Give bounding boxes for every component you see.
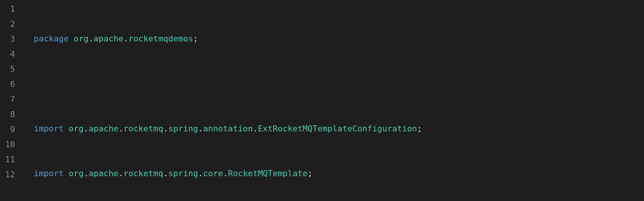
keyword: package bbox=[34, 34, 69, 43]
line-number: 7 bbox=[4, 92, 15, 107]
line-number: 2 bbox=[4, 17, 15, 32]
package-segment: org bbox=[69, 124, 84, 133]
line-number: 1 bbox=[4, 2, 15, 17]
line-number: 9 bbox=[4, 122, 15, 137]
package-segment: apache bbox=[89, 124, 118, 133]
line-number: 10 bbox=[4, 137, 15, 152]
package-segment: apache bbox=[94, 34, 123, 43]
line-number: 11 bbox=[4, 152, 15, 167]
class-name: RocketMQTemplate bbox=[228, 169, 308, 178]
code-line[interactable]: import org.apache.rocketmq.spring.core.R… bbox=[34, 166, 422, 181]
package-segment: rocketmq bbox=[123, 169, 163, 178]
line-number: 3 bbox=[4, 32, 15, 47]
line-number-gutter: 1 2 3 4 5 6 7 8 9 10 11 12 bbox=[0, 0, 23, 201]
line-number: 5 bbox=[4, 62, 15, 77]
line-number: 8 bbox=[4, 107, 15, 122]
line-number: 4 bbox=[4, 47, 15, 62]
code-line[interactable]: import org.apache.rocketmq.spring.annota… bbox=[34, 121, 422, 136]
line-number: 12 bbox=[4, 167, 15, 182]
package-segment: org bbox=[74, 34, 89, 43]
package-segment: spring bbox=[168, 169, 198, 178]
code-editor[interactable]: 1 2 3 4 5 6 7 8 9 10 11 12 package org.a… bbox=[0, 0, 644, 201]
line-number: 6 bbox=[4, 77, 15, 92]
class-name: ExtRocketMQTemplateConfiguration bbox=[258, 124, 417, 133]
package-segment: rocketmqdemos bbox=[128, 34, 193, 43]
package-segment: org bbox=[69, 169, 84, 178]
keyword: import bbox=[34, 169, 63, 178]
code-line[interactable]: package org.apache.rocketmqdemos; bbox=[34, 31, 422, 46]
package-segment: apache bbox=[89, 169, 118, 178]
package-segment: core bbox=[203, 169, 223, 178]
code-line[interactable] bbox=[34, 76, 422, 91]
keyword: import bbox=[34, 124, 63, 133]
package-segment: spring bbox=[168, 124, 198, 133]
package-segment: annotation bbox=[203, 124, 252, 133]
package-segment: rocketmq bbox=[123, 124, 163, 133]
code-content[interactable]: package org.apache.rocketmqdemos; import… bbox=[23, 0, 422, 201]
